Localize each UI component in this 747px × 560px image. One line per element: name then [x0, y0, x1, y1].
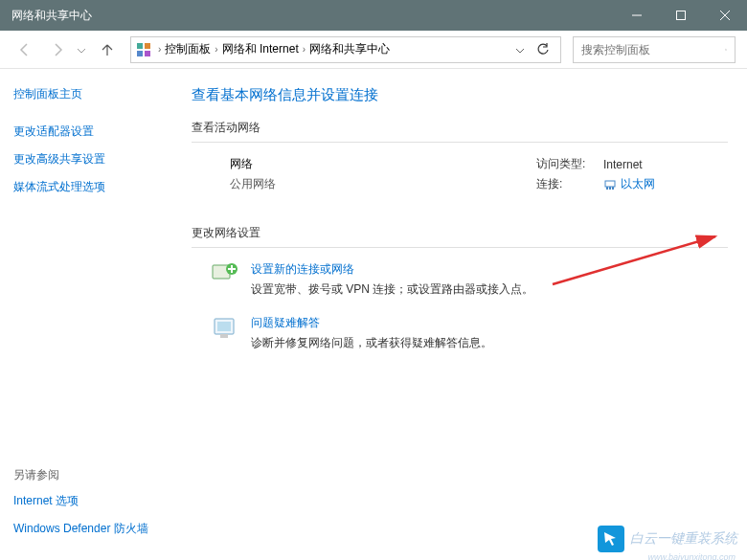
window-controls	[615, 0, 747, 31]
minimize-icon	[632, 11, 642, 20]
see-also-label: 另请参阅	[13, 467, 161, 483]
back-arrow-icon	[16, 41, 34, 58]
svg-rect-4	[137, 43, 143, 49]
watermark-url: www.baiyunxitong.com	[647, 552, 736, 560]
window-title: 网络和共享中心	[11, 8, 615, 24]
svg-rect-5	[145, 43, 150, 49]
svg-point-8	[725, 49, 726, 50]
maximize-button[interactable]	[659, 0, 703, 31]
sidebar-link-firewall[interactable]: Windows Defender 防火墙	[13, 521, 161, 537]
sidebar-link-media[interactable]: 媒体流式处理选项	[13, 179, 161, 195]
network-type: 公用网络	[230, 176, 536, 192]
breadcrumb-item[interactable]: 网络和 Internet	[222, 41, 299, 57]
network-details: 访问类型: Internet 连接: 以太网	[536, 156, 728, 196]
troubleshoot-icon	[211, 315, 239, 342]
breadcrumb-item[interactable]: 控制面板	[165, 41, 211, 57]
body-area: 控制面板主页 更改适配器设置 更改高级共享设置 媒体流式处理选项 另请参阅 In…	[0, 69, 747, 560]
active-networks-label: 查看活动网络	[192, 120, 728, 143]
connection-link[interactable]: 以太网	[603, 176, 655, 192]
change-settings-label: 更改网络设置	[192, 225, 728, 248]
svg-line-9	[726, 50, 727, 51]
setup-new-connection: 设置新的连接或网络 设置宽带、拨号或 VPN 连接；或设置路由器或接入点。	[192, 261, 728, 298]
page-title: 查看基本网络信息并设置连接	[192, 86, 728, 104]
connection-link-text: 以太网	[621, 176, 655, 192]
troubleshoot-item: 问题疑难解答 诊断并修复网络问题，或者获得疑难解答信息。	[192, 315, 728, 351]
sidebar-link-sharing[interactable]: 更改高级共享设置	[13, 151, 161, 168]
close-button[interactable]	[703, 0, 747, 31]
up-arrow-icon	[101, 43, 114, 56]
network-name: 网络	[230, 156, 536, 172]
network-identity: 网络 公用网络	[230, 156, 536, 196]
setup-connection-desc: 设置宽带、拨号或 VPN 连接；或设置路由器或接入点。	[251, 281, 728, 298]
troubleshoot-desc: 诊断并修复网络问题，或者获得疑难解答信息。	[251, 335, 728, 351]
troubleshoot-link[interactable]: 问题疑难解答	[251, 315, 728, 331]
chevron-down-icon	[515, 48, 525, 54]
sidebar-link-internet-options[interactable]: Internet 选项	[13, 493, 161, 509]
back-button[interactable]	[11, 36, 38, 63]
chevron-right-icon: ›	[158, 44, 161, 55]
svg-rect-10	[605, 181, 615, 187]
connection-label: 连接:	[536, 176, 603, 192]
sidebar-see-also: 另请参阅 Internet 选项 Windows Defender 防火墙	[13, 467, 161, 549]
chevron-right-icon: ›	[215, 44, 217, 55]
minimize-button[interactable]	[615, 0, 659, 31]
forward-arrow-icon	[49, 41, 66, 58]
address-bar[interactable]: › 控制面板 › 网络和 Internet › 网络和共享中心	[130, 36, 561, 63]
chevron-right-icon: ›	[303, 44, 306, 55]
svg-rect-12	[609, 187, 611, 190]
network-info: 网络 公用网络 访问类型: Internet 连接: 以太网	[192, 156, 728, 196]
setup-connection-link[interactable]: 设置新的连接或网络	[251, 261, 728, 278]
breadcrumb: › 控制面板 › 网络和 Internet › 网络和共享中心	[158, 41, 510, 57]
maximize-icon	[676, 11, 686, 20]
history-dropdown[interactable]	[77, 43, 90, 56]
watermark-text: 白云一键重装系统	[630, 530, 737, 548]
sidebar-home-link[interactable]: 控制面板主页	[13, 86, 161, 102]
watermark: 白云一键重装系统	[598, 526, 737, 552]
search-icon	[725, 42, 727, 57]
search-input[interactable]	[581, 43, 725, 56]
search-box[interactable]	[573, 36, 736, 63]
window-titlebar: 网络和共享中心	[0, 0, 747, 31]
control-panel-icon	[135, 41, 152, 58]
sidebar-link-adapter[interactable]: 更改适配器设置	[13, 123, 161, 140]
access-type-value: Internet	[603, 158, 643, 171]
setup-connection-icon	[211, 261, 239, 288]
address-dropdown[interactable]	[510, 43, 530, 56]
svg-rect-7	[145, 51, 150, 56]
breadcrumb-item[interactable]: 网络和共享中心	[309, 41, 390, 57]
watermark-logo-icon	[598, 526, 624, 552]
up-button[interactable]	[96, 38, 119, 61]
svg-rect-11	[606, 187, 608, 190]
svg-rect-17	[217, 322, 231, 331]
refresh-button[interactable]	[530, 36, 556, 63]
svg-rect-6	[137, 51, 143, 56]
refresh-icon	[536, 43, 550, 56]
forward-button[interactable]	[44, 36, 71, 63]
sidebar: 控制面板主页 更改适配器设置 更改高级共享设置 媒体流式处理选项 另请参阅 In…	[0, 69, 172, 560]
close-icon	[720, 11, 730, 20]
main-content: 查看基本网络信息并设置连接 查看活动网络 网络 公用网络 访问类型: Inter…	[172, 69, 747, 560]
navigation-bar: › 控制面板 › 网络和 Internet › 网络和共享中心	[0, 31, 747, 69]
ethernet-icon	[603, 178, 617, 191]
chevron-down-icon	[77, 48, 86, 54]
svg-rect-1	[677, 11, 686, 20]
access-type-label: 访问类型:	[536, 156, 603, 172]
svg-rect-13	[612, 187, 614, 190]
